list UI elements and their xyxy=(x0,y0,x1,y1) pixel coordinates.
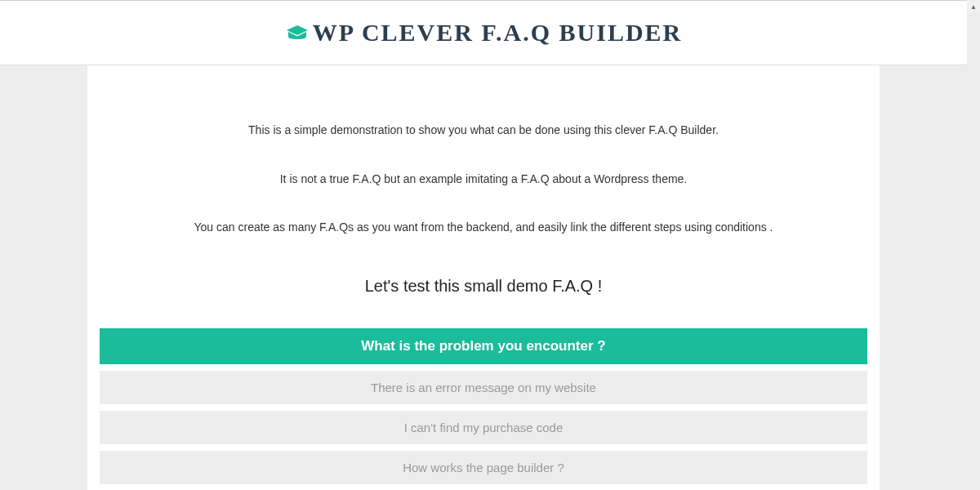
content-area: This is a simple demonstration to show y… xyxy=(87,65,880,490)
intro-line-3: You can create as many F.A.Qs as you wan… xyxy=(100,220,867,236)
faq-answer-option[interactable]: I can't find my purchase code xyxy=(100,411,867,444)
faq-container: What is the problem you encounter ? Ther… xyxy=(100,328,867,490)
faq-answer-option[interactable]: There is an error message on my website xyxy=(100,371,867,404)
intro-line-1: This is a simple demonstration to show y… xyxy=(100,122,867,139)
page-header: WP CLEVER F.A.Q BUILDER xyxy=(0,1,967,65)
scroll-up-button[interactable]: ▲ xyxy=(967,0,980,13)
graduation-cap-icon xyxy=(285,24,310,42)
intro-line-2: It is not a true F.A.Q but an example im… xyxy=(100,172,867,188)
logo-text: WP CLEVER F.A.Q BUILDER xyxy=(313,19,682,47)
intro-section: This is a simple demonstration to show y… xyxy=(100,122,867,236)
demo-heading: Let's test this small demo F.A.Q ! xyxy=(100,277,867,296)
logo[interactable]: WP CLEVER F.A.Q BUILDER xyxy=(285,19,682,47)
faq-answer-option[interactable]: How works the page builder ? xyxy=(100,451,867,484)
main-viewport: WP CLEVER F.A.Q BUILDER This is a simple… xyxy=(0,1,967,490)
faq-question-header[interactable]: What is the problem you encounter ? xyxy=(100,328,867,364)
